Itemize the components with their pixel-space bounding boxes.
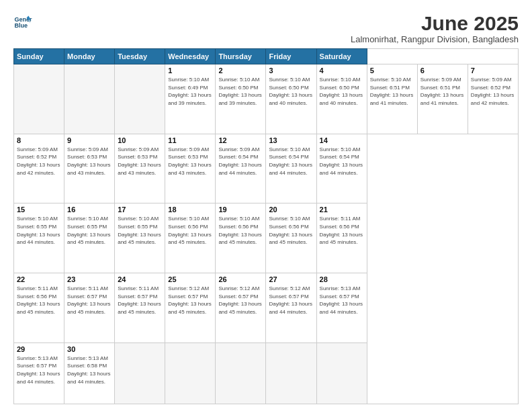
- day-cell: 8 Sunrise: 5:09 AMSunset: 6:52 PMDayligh…: [14, 134, 64, 203]
- day-info: Sunrise: 5:13 AMSunset: 6:58 PMDaylight:…: [67, 355, 112, 385]
- day-cell: 13 Sunrise: 5:10 AMSunset: 6:54 PMDaylig…: [266, 134, 316, 203]
- day-cell: 16 Sunrise: 5:10 AMSunset: 6:55 PMDaylig…: [64, 203, 115, 273]
- day-info: Sunrise: 5:09 AMSunset: 6:52 PMDaylight:…: [471, 76, 515, 107]
- day-info: Sunrise: 5:13 AMSunset: 6:57 PMDaylight:…: [17, 355, 61, 385]
- day-number: 8: [17, 136, 61, 144]
- day-number: 1: [168, 66, 212, 75]
- day-number: 27: [269, 275, 313, 283]
- day-info: Sunrise: 5:09 AMSunset: 6:54 PMDaylight:…: [218, 146, 263, 177]
- weekday-header-sunday: Sunday: [14, 49, 64, 64]
- weekday-header-saturday: Saturday: [316, 49, 367, 64]
- day-number: 23: [67, 275, 112, 283]
- header: General Blue June 2025 Lalmonirhat, Rang…: [13, 12, 519, 44]
- day-info: Sunrise: 5:09 AMSunset: 6:52 PMDaylight:…: [17, 146, 61, 177]
- weekday-header-tuesday: Tuesday: [115, 49, 165, 64]
- day-info: Sunrise: 5:10 AMSunset: 6:56 PMDaylight:…: [269, 215, 313, 246]
- day-number: 10: [118, 136, 162, 144]
- day-number: 26: [218, 275, 263, 283]
- svg-text:Blue: Blue: [14, 22, 28, 29]
- day-cell: 1 Sunrise: 5:10 AMSunset: 6:49 PMDayligh…: [165, 64, 216, 134]
- day-info: Sunrise: 5:09 AMSunset: 6:53 PMDaylight:…: [118, 146, 162, 177]
- day-cell: 12 Sunrise: 5:09 AMSunset: 6:54 PMDaylig…: [216, 134, 266, 203]
- day-cell: 11 Sunrise: 5:09 AMSunset: 6:53 PMDaylig…: [165, 134, 216, 203]
- day-number: 30: [67, 345, 112, 353]
- day-info: Sunrise: 5:11 AMSunset: 6:57 PMDaylight:…: [118, 285, 162, 316]
- week-row-4: 22 Sunrise: 5:11 AMSunset: 6:56 PMDaylig…: [14, 273, 519, 343]
- day-number: 7: [471, 66, 515, 75]
- day-cell: 30 Sunrise: 5:13 AMSunset: 6:58 PMDaylig…: [64, 342, 115, 404]
- day-info: Sunrise: 5:10 AMSunset: 6:54 PMDaylight:…: [320, 146, 364, 177]
- page: General Blue June 2025 Lalmonirhat, Rang…: [0, 0, 532, 411]
- day-info: Sunrise: 5:10 AMSunset: 6:50 PMDaylight:…: [269, 76, 313, 107]
- day-info: Sunrise: 5:12 AMSunset: 6:57 PMDaylight:…: [218, 285, 263, 316]
- day-cell: [115, 342, 165, 404]
- day-info: Sunrise: 5:10 AMSunset: 6:56 PMDaylight:…: [168, 215, 212, 246]
- day-info: Sunrise: 5:10 AMSunset: 6:49 PMDaylight:…: [168, 76, 212, 107]
- title-block: June 2025 Lalmonirhat, Rangpur Division,…: [351, 12, 519, 44]
- day-number: 22: [17, 275, 61, 283]
- day-number: 14: [320, 136, 364, 144]
- day-number: 6: [420, 66, 465, 75]
- day-info: Sunrise: 5:13 AMSunset: 6:57 PMDaylight:…: [320, 285, 364, 316]
- location-subtitle: Lalmonirhat, Rangpur Division, Banglades…: [351, 34, 519, 44]
- empty-cell: [64, 64, 115, 134]
- day-cell: 21 Sunrise: 5:11 AMSunset: 6:56 PMDaylig…: [316, 203, 367, 273]
- day-info: Sunrise: 5:10 AMSunset: 6:55 PMDaylight:…: [17, 215, 61, 246]
- day-info: Sunrise: 5:10 AMSunset: 6:51 PMDaylight:…: [370, 76, 414, 107]
- day-info: Sunrise: 5:09 AMSunset: 6:53 PMDaylight:…: [168, 146, 212, 177]
- day-cell: 18 Sunrise: 5:10 AMSunset: 6:56 PMDaylig…: [165, 203, 216, 273]
- weekday-header-thursday: Thursday: [216, 49, 266, 64]
- day-cell: 14 Sunrise: 5:10 AMSunset: 6:54 PMDaylig…: [316, 134, 367, 203]
- day-cell: 5 Sunrise: 5:10 AMSunset: 6:51 PMDayligh…: [367, 64, 417, 134]
- day-number: 19: [218, 205, 263, 214]
- day-info: Sunrise: 5:11 AMSunset: 6:56 PMDaylight:…: [320, 215, 364, 246]
- day-cell: [216, 342, 266, 404]
- day-number: 25: [168, 275, 212, 283]
- day-number: 5: [370, 66, 414, 75]
- day-info: Sunrise: 5:10 AMSunset: 6:50 PMDaylight:…: [218, 76, 263, 107]
- month-title: June 2025: [351, 12, 519, 34]
- day-number: 4: [320, 66, 364, 75]
- day-cell: 24 Sunrise: 5:11 AMSunset: 6:57 PMDaylig…: [115, 273, 165, 343]
- day-cell: 20 Sunrise: 5:10 AMSunset: 6:56 PMDaylig…: [266, 203, 316, 273]
- day-number: 16: [67, 205, 112, 214]
- calendar-table: SundayMondayTuesdayWednesdayThursdayFrid…: [13, 48, 519, 404]
- empty-cell: [115, 64, 165, 134]
- day-info: Sunrise: 5:09 AMSunset: 6:53 PMDaylight:…: [67, 146, 112, 177]
- day-info: Sunrise: 5:10 AMSunset: 6:56 PMDaylight:…: [218, 215, 263, 246]
- day-cell: 4 Sunrise: 5:10 AMSunset: 6:50 PMDayligh…: [316, 64, 367, 134]
- day-cell: 6 Sunrise: 5:09 AMSunset: 6:51 PMDayligh…: [417, 64, 468, 134]
- day-number: 21: [320, 205, 364, 214]
- day-cell: 7 Sunrise: 5:09 AMSunset: 6:52 PMDayligh…: [468, 64, 518, 134]
- day-cell: 26 Sunrise: 5:12 AMSunset: 6:57 PMDaylig…: [216, 273, 266, 343]
- day-info: Sunrise: 5:09 AMSunset: 6:51 PMDaylight:…: [420, 76, 465, 107]
- day-info: Sunrise: 5:10 AMSunset: 6:55 PMDaylight:…: [67, 215, 112, 246]
- day-info: Sunrise: 5:12 AMSunset: 6:57 PMDaylight:…: [269, 285, 313, 316]
- day-info: Sunrise: 5:10 AMSunset: 6:55 PMDaylight:…: [118, 215, 162, 246]
- day-number: 13: [269, 136, 313, 144]
- day-cell: 3 Sunrise: 5:10 AMSunset: 6:50 PMDayligh…: [266, 64, 316, 134]
- day-cell: 19 Sunrise: 5:10 AMSunset: 6:56 PMDaylig…: [216, 203, 266, 273]
- day-info: Sunrise: 5:10 AMSunset: 6:54 PMDaylight:…: [269, 146, 313, 177]
- day-number: 9: [67, 136, 112, 144]
- day-number: 11: [168, 136, 212, 144]
- weekday-header-monday: Monday: [64, 49, 115, 64]
- day-number: 17: [118, 205, 162, 214]
- day-info: Sunrise: 5:11 AMSunset: 6:57 PMDaylight:…: [67, 285, 112, 316]
- day-cell: [266, 342, 316, 404]
- weekday-header-friday: Friday: [266, 49, 316, 64]
- day-cell: [165, 342, 216, 404]
- day-cell: 23 Sunrise: 5:11 AMSunset: 6:57 PMDaylig…: [64, 273, 115, 343]
- day-info: Sunrise: 5:10 AMSunset: 6:50 PMDaylight:…: [320, 76, 364, 107]
- day-cell: 2 Sunrise: 5:10 AMSunset: 6:50 PMDayligh…: [216, 64, 266, 134]
- day-number: 29: [17, 345, 61, 353]
- day-info: Sunrise: 5:11 AMSunset: 6:56 PMDaylight:…: [17, 285, 61, 316]
- day-info: Sunrise: 5:12 AMSunset: 6:57 PMDaylight:…: [168, 285, 212, 316]
- weekday-header-row: SundayMondayTuesdayWednesdayThursdayFrid…: [14, 49, 519, 64]
- day-cell: 9 Sunrise: 5:09 AMSunset: 6:53 PMDayligh…: [64, 134, 115, 203]
- day-cell: 28 Sunrise: 5:13 AMSunset: 6:57 PMDaylig…: [316, 273, 367, 343]
- day-cell: 29 Sunrise: 5:13 AMSunset: 6:57 PMDaylig…: [14, 342, 64, 404]
- day-number: 3: [269, 66, 313, 75]
- week-row-5: 29 Sunrise: 5:13 AMSunset: 6:57 PMDaylig…: [14, 342, 519, 404]
- day-number: 15: [17, 205, 61, 214]
